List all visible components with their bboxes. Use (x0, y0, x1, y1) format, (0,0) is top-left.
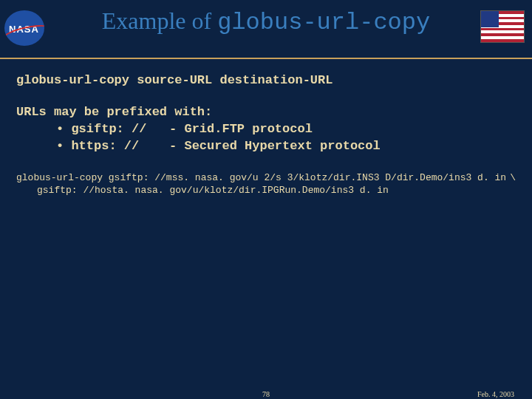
slide: NASA Example of globus-url-copy globus-u… (0, 0, 532, 399)
example-block: globus-url-copy gsiftp: //mss. nasa. gov… (16, 171, 516, 197)
example-cmd: globus-url-copy gsiftp: //mss. nasa. gov… (16, 171, 506, 185)
page-number: 78 (262, 390, 270, 398)
title-command: globus-url-copy (217, 9, 430, 36)
example-line-2: gsiftp: //hosta. nasa. gov/u/klotz/dir.I… (16, 184, 516, 197)
us-flag-icon (480, 10, 525, 43)
line-continuation: \ (510, 171, 516, 185)
footer-date: Feb. 4, 2003 (477, 390, 514, 398)
title-prefix: Example of (102, 7, 217, 34)
proto-label: https: // (71, 139, 139, 153)
proto-label: gsiftp: // (71, 122, 146, 136)
slide-body: globus-url-copy source-URL destination-U… (0, 59, 532, 197)
slide-title: Example of globus-url-copy (0, 0, 532, 36)
prefix-list: • gsiftp: // - Grid.FTP protocol • https… (16, 121, 516, 155)
nasa-logo-icon: NASA (4, 10, 47, 46)
list-item: • gsiftp: // - Grid.FTP protocol (56, 121, 516, 138)
usage-line: globus-url-copy source-URL destination-U… (16, 72, 516, 89)
prefix-heading: URLs may be prefixed with: (16, 104, 516, 121)
slide-header: NASA Example of globus-url-copy (0, 0, 532, 59)
proto-desc: Grid.FTP protocol (184, 122, 312, 136)
list-item: • https: // - Secured Hypertext protocol (56, 138, 516, 155)
nasa-circle: NASA (4, 10, 44, 46)
proto-desc: Secured Hypertext protocol (184, 139, 380, 153)
example-line-1: globus-url-copy gsiftp: //mss. nasa. gov… (16, 171, 516, 185)
